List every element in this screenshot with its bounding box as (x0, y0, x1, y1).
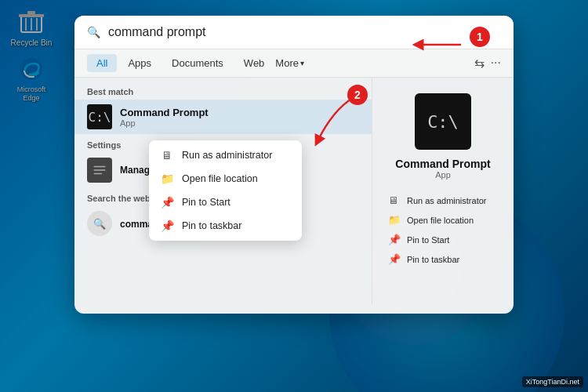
right-open-location[interactable]: 📁 Open file location (382, 210, 504, 230)
tab-documents[interactable]: Documents (162, 54, 233, 72)
search-panel: 🔍 command prompt 1 All Apps Documents We… (74, 16, 514, 314)
filter-tabs: All Apps Documents Web More ▾ ⇆ ··· (74, 49, 514, 78)
context-run-admin[interactable]: 🖥 Run as administrator (149, 143, 302, 167)
best-match-label: Best match (74, 85, 372, 100)
watermark: XiTongTianDi.net (522, 376, 583, 387)
context-open-location[interactable]: 📁 Open file location (149, 167, 302, 191)
right-pin-taskbar-icon: 📌 (388, 253, 401, 265)
tab-icons: ⇆ ··· (474, 56, 501, 71)
share-icon[interactable]: ⇆ (474, 56, 485, 71)
tab-all[interactable]: All (87, 54, 117, 72)
more-options-icon[interactable]: ··· (491, 56, 501, 71)
results-left: Best match C:\ Command Prompt App Settin… (74, 78, 372, 305)
right-run-admin[interactable]: 🖥 Run as administrator (382, 191, 504, 210)
panel-body: Best match C:\ Command Prompt App Settin… (74, 78, 514, 305)
annotation-badge-2: 2 (347, 85, 368, 105)
search-input[interactable]: command prompt (108, 25, 501, 39)
run-admin-icon: 🖥 (160, 149, 174, 162)
tab-web[interactable]: Web (234, 54, 274, 72)
right-pin-start-icon: 📌 (388, 234, 401, 245)
open-location-icon: 📁 (160, 172, 174, 185)
context-pin-taskbar[interactable]: 📌 Pin to taskbar (149, 214, 302, 238)
pin-taskbar-icon: 📌 (160, 220, 174, 232)
search-bar: 🔍 command prompt 1 (74, 16, 514, 49)
command-prompt-text: Command Prompt App (120, 107, 209, 128)
right-open-location-icon: 📁 (388, 214, 401, 226)
context-pin-start[interactable]: 📌 Pin to Start (149, 191, 302, 214)
right-pin-start[interactable]: 📌 Pin to Start (382, 230, 504, 249)
search-icon: 🔍 (87, 26, 100, 38)
search-overlay: 🔍 command prompt 1 All Apps Documents We… (0, 0, 588, 392)
web-search-icon: 🔍 (87, 211, 112, 236)
result-command-prompt[interactable]: C:\ Command Prompt App (74, 100, 372, 134)
context-menu: 🖥 Run as administrator 📁 Open file locat… (149, 140, 302, 241)
tab-apps[interactable]: Apps (118, 54, 161, 72)
command-prompt-icon: C:\ (87, 104, 112, 129)
right-run-admin-icon: 🖥 (388, 194, 401, 206)
annotation-badge-1: 1 (470, 27, 490, 47)
settings-icon (87, 158, 112, 183)
right-app-sub: App (435, 170, 451, 180)
right-pin-taskbar[interactable]: 📌 Pin to taskbar (382, 249, 504, 269)
tab-more[interactable]: More ▾ (275, 57, 304, 69)
right-app-name: Command Prompt (395, 158, 490, 170)
results-right: C:\ Command Prompt App 🖥 Run as administ… (372, 78, 514, 305)
right-app-icon: C:\ (415, 93, 471, 150)
pin-start-icon: 📌 (160, 196, 174, 209)
